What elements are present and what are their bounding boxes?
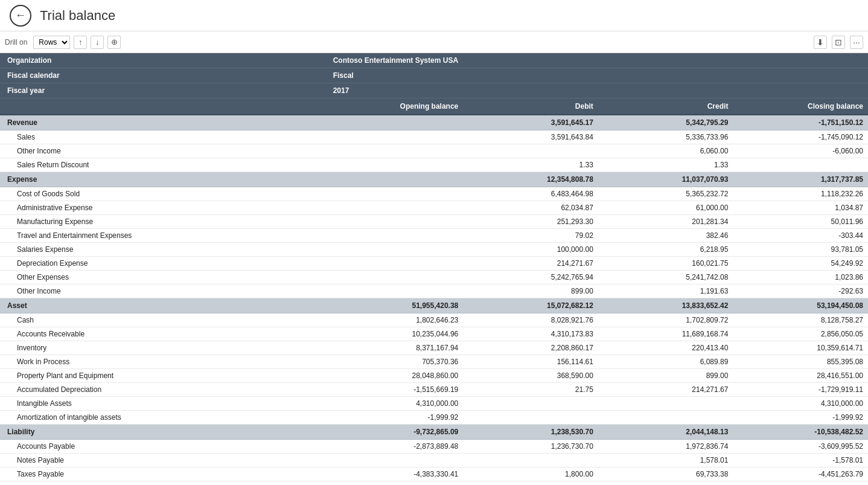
back-button[interactable]: ← [10,5,31,27]
calendar-label: Fiscal calendar [0,68,328,83]
detail-name: Accumulated Depreciation [0,383,328,397]
detail-name: Accounts Payable [0,440,328,454]
detail-credit: 899.00 [598,369,733,383]
table-row[interactable]: Cash 1,802,646.23 8,028,921.76 1,702,809… [0,313,868,327]
table-row[interactable]: Other Expenses 5,242,765.94 5,241,742.08… [0,271,868,284]
table-row[interactable]: Accumulated Depreciation -1,515,669.19 2… [0,383,868,397]
table-row[interactable]: Accounts Receivable 10,235,044.96 4,310,… [0,327,868,341]
fullscreen-button[interactable]: ⊡ [832,36,845,49]
table-row[interactable]: Depreciation Expense 214,271.67 160,021.… [0,257,868,271]
table-row[interactable]: Other Income 899.00 1,191.63 -292.63 [0,284,868,298]
table-row[interactable]: Property Plant and Equipment 28,048,860.… [0,369,868,383]
table-row[interactable]: Notes Payable 1,578.01 -1,578.01 [0,454,868,467]
table-row[interactable]: Inventory 8,371,167.94 2,208,860.17 220,… [0,341,868,355]
table-row[interactable]: Other Current Liabilities -2,475,645.20 … [0,481,868,486]
detail-name: Intangible Assets [0,397,328,411]
drill-down-button[interactable]: ↓ [91,36,104,49]
cat-debit: 12,354,808.78 [463,172,598,187]
cat-name: Asset [0,298,328,313]
detail-name: Other Income [0,144,328,158]
detail-cb: 10,359,614.71 [733,341,868,355]
cat-cb: 53,194,450.08 [733,298,868,313]
table-container: Organization Contoso Entertainment Syste… [0,53,868,485]
detail-ob: 10,235,044.96 [328,327,464,341]
detail-ob: 4,310,000.00 [328,397,464,411]
detail-credit: 201,281.34 [598,215,733,229]
detail-name: Salaries Expense [0,243,328,257]
detail-name: Amortization of intangible assets [0,411,328,425]
info-row-calendar: Fiscal calendar Fiscal [0,68,868,83]
cat-ob [328,172,464,187]
detail-ob: 705,370.36 [328,355,464,369]
detail-cb: 8,128,758.27 [733,313,868,327]
col-header-ob: Opening balance [328,98,464,115]
detail-debit: 156,114.61 [463,355,598,369]
detail-cb: 1,118,232.26 [733,187,868,201]
table-row[interactable]: Amortization of intangible assets -1,999… [0,411,868,425]
download-button[interactable]: ⬇ [814,36,827,49]
detail-credit: 1,702,809.72 [598,313,733,327]
table-row[interactable]: Intangible Assets 4,310,000.00 4,310,000… [0,397,868,411]
table-row[interactable]: Sales Return Discount 1.33 1.33 [0,158,868,172]
toolbar-right: ⬇ ⊡ ··· [814,36,863,49]
detail-ob [328,271,464,284]
table-row[interactable]: Work in Process 705,370.36 156,114.61 6,… [0,355,868,369]
detail-name: Manufacturing Expense [0,215,328,229]
detail-name: Sales [0,130,328,144]
detail-name: Inventory [0,341,328,355]
detail-ob [328,130,464,144]
detail-credit: 160,021.75 [598,257,733,271]
detail-cb: -292.63 [733,284,868,298]
detail-debit: 8,028,921.76 [463,313,598,327]
detail-debit: 368,590.00 [463,369,598,383]
table-row[interactable]: Accounts Payable -2,873,889.48 1,236,730… [0,440,868,454]
detail-ob [328,257,464,271]
more-icon: ··· [853,37,860,47]
page-title: Trial balance [40,8,115,24]
detail-name: Notes Payable [0,454,328,467]
detail-name: Cost of Goods Sold [0,187,328,201]
table-row[interactable]: Cost of Goods Sold 6,483,464.98 5,365,23… [0,187,868,201]
detail-name: Taxes Payable [0,467,328,481]
detail-credit [598,397,733,411]
drill-up-button[interactable]: ↑ [74,36,87,49]
detail-name: Sales Return Discount [0,158,328,172]
detail-cb: 855,395.08 [733,355,868,369]
table-row[interactable]: Travel and Entertainment Expenses 79.02 … [0,229,868,243]
detail-ob: -2,873,889.48 [328,440,464,454]
table-row[interactable]: Salaries Expense 100,000.00 6,218.95 93,… [0,243,868,257]
cat-ob: 51,955,420.38 [328,298,464,313]
more-button[interactable]: ··· [850,36,863,49]
cat-debit: 1,238,530.70 [463,425,598,440]
detail-cb: 1,023.86 [733,271,868,284]
col-header-credit: Credit [598,98,733,115]
detail-debit: 2,208,860.17 [463,341,598,355]
cat-cb: -10,538,482.52 [733,425,868,440]
detail-credit: 1,578.01 [598,454,733,467]
detail-name: Accounts Receivable [0,327,328,341]
detail-debit [463,397,598,411]
table-row[interactable]: Taxes Payable -4,383,330.41 1,800.00 69,… [0,467,868,481]
detail-credit [598,411,733,425]
detail-debit: 1.33 [463,158,598,172]
cat-credit: 5,342,795.29 [598,115,733,130]
table-row[interactable]: Manufacturing Expense 251,293.30 201,281… [0,215,868,229]
title-bar: ← Trial balance [0,0,868,31]
org-value: Contoso Entertainment System USA [328,53,868,68]
detail-name: Other Expenses [0,271,328,284]
table-row[interactable]: Administrative Expense 62,034.87 61,000.… [0,201,868,215]
table-row[interactable]: Other Income 6,060.00 -6,060.00 [0,144,868,158]
col-header-cb: Closing balance [733,98,868,115]
year-label: Fiscal year [0,83,328,98]
column-header-row: Opening balance Debit Credit Closing bal… [0,98,868,115]
year-value: 2017 [328,83,868,98]
up-icon: ↑ [78,37,83,47]
detail-ob [328,243,464,257]
detail-debit: 100,000.00 [463,243,598,257]
drill-expand-button[interactable]: ⊕ [107,36,121,49]
drill-select[interactable]: Rows [33,36,70,49]
cat-credit: 2,044,148.13 [598,425,733,440]
detail-debit [463,144,598,158]
table-row[interactable]: Sales 3,591,643.84 5,336,733.96 -1,745,0… [0,130,868,144]
detail-ob [328,158,464,172]
